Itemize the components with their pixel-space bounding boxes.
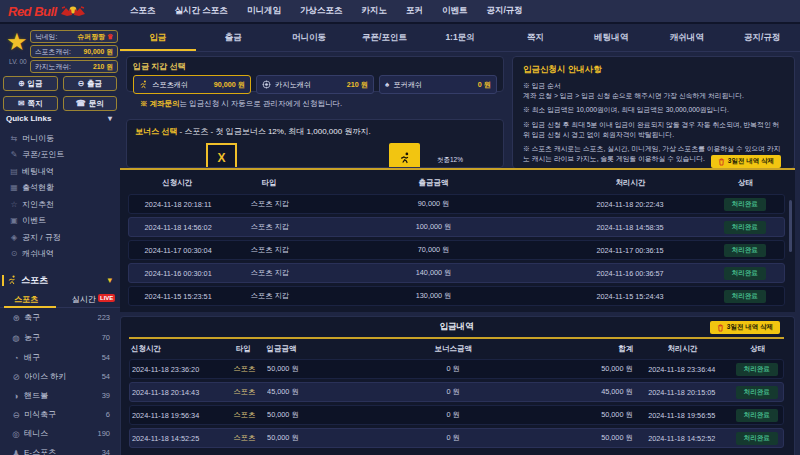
quick-links-title: Quick Links — [6, 114, 51, 123]
tab-live-sports[interactable]: 실시간LIVE — [72, 294, 115, 305]
attendance-icon: ▦ — [6, 183, 22, 192]
sports-section-header[interactable]: 스포츠 ▾ — [0, 272, 120, 288]
bonus-sports-option[interactable] — [389, 143, 420, 168]
sidebar-item-event[interactable]: ▣이벤트 — [0, 212, 120, 228]
sidebar-item-notice-rules[interactable]: ◈공지 / 규정 — [0, 229, 120, 245]
sport-item-ice-hockey[interactable]: ⊘아이스 하키54 — [0, 367, 120, 386]
esports-icon: ♟ — [8, 448, 24, 455]
message-button[interactable]: ✉쪽지 — [3, 96, 58, 111]
sport-item-handball[interactable]: ◑핸드볼39 — [0, 386, 120, 405]
tab-deposit[interactable]: 입금 — [120, 26, 196, 51]
table-scrollbar[interactable] — [789, 200, 792, 252]
referral-icon: ☆ — [6, 200, 22, 209]
sport-item-soccer[interactable]: ⊛축구223 — [0, 308, 120, 327]
note-highlight: ※ 계좌문의 — [140, 99, 180, 108]
sport-item-basketball[interactable]: ◍농구70 — [0, 328, 120, 347]
sport-item-tennis[interactable]: ◎테니스190 — [0, 424, 120, 443]
top-nav-menu: 스포츠 실시간 스포츠 미니게임 가상스포츠 카지노 포커 이벤트 공지/규정 — [130, 5, 523, 17]
sport-item-american-football[interactable]: ⊖미식축구6 — [0, 405, 120, 424]
table-row[interactable]: 2024-11-15 15:23:51스포츠 지갑130,000 원2024-1… — [128, 286, 785, 306]
nav-item-event[interactable]: 이벤트 — [442, 5, 468, 17]
sidebar-quick-buttons: ⊕입금 ⊖출금 ✉쪽지 ☎문의 — [3, 76, 117, 111]
tab-prematch-sports[interactable]: 스포츠 — [14, 294, 38, 305]
table-row[interactable]: 2024-11-16 00:30:01스포츠 지갑140,000 원2024-1… — [128, 263, 785, 283]
sidebar-item-money-transfer[interactable]: ⇆머니이동 — [0, 130, 120, 146]
tab-bet-history[interactable]: 베팅내역 — [573, 26, 649, 51]
sidebar-item-referral[interactable]: ☆지인추천 — [0, 196, 120, 212]
col-process-time: 처리시간 — [555, 178, 706, 188]
notice-paragraph: ※ 입금 신청 후 최대 5분 이내 입금이 완료되지 않을 경우 자동 취소되… — [523, 120, 784, 140]
casino-cash-value: 210 원 — [93, 62, 113, 72]
nav-item-live-sports[interactable]: 실시간 스포츠 — [175, 5, 228, 17]
sidebar-item-bet-history[interactable]: ▤베팅내역 — [0, 163, 120, 179]
nav-item-notice[interactable]: 공지/규정 — [486, 5, 522, 17]
deposit-table-title: 입금내역 — [440, 321, 474, 333]
wallet-name: 포커캐쉬 — [393, 80, 422, 90]
col-withdraw-amount: 출금금액 — [312, 178, 555, 188]
notice-paragraph: ※ 입금 순서 — [523, 81, 784, 91]
withdraw-button[interactable]: ⊖출금 — [63, 76, 118, 91]
sport-item-volleyball[interactable]: ◔배구54 — [0, 348, 120, 367]
notice-title: 입금신청시 안내사항 — [523, 64, 784, 76]
chevron-down-icon[interactable]: ▾ — [107, 275, 112, 285]
table-row[interactable]: 2024-11-18 14:52:25스포츠50,000 원0 원50,000 … — [129, 428, 784, 448]
chevron-down-icon[interactable]: ▾ — [108, 114, 112, 123]
app-window: Red Bull 스포츠 실시간 스포츠 미니게임 가상스포츠 카지노 포커 이… — [0, 0, 800, 455]
col-total: 합계 — [561, 344, 633, 354]
wallet-select-panel: 입금 지갑 선택 스포츠캐쉬 90,000 원 카지노캐쉬 210 원 ♠ 포커… — [126, 56, 504, 92]
nav-item-sports[interactable]: 스포츠 — [130, 5, 156, 17]
sports-cash-value: 90,000 원 — [84, 47, 113, 57]
wallet-card-sports[interactable]: 스포츠캐쉬 90,000 원 — [133, 75, 251, 94]
note-rest: 는 입금신청 시 자동으로 관리자에게 신청됩니다. — [180, 99, 343, 108]
deposit-button[interactable]: ⊕입금 — [3, 76, 58, 91]
tab-inquiry[interactable]: 1:1문의 — [422, 26, 498, 51]
sport-item-esports[interactable]: ♟E-스포츠34 — [0, 443, 120, 455]
bonus-decline-option[interactable]: X — [206, 143, 237, 168]
col-request-time: 신청시간 — [129, 344, 221, 354]
nav-item-casino[interactable]: 카지노 — [361, 5, 387, 17]
sidebar-item-attendance[interactable]: ▦출석현황 — [0, 179, 120, 195]
casino-cash-label: 카지노캐쉬: — [35, 62, 71, 72]
basketball-icon: ◍ — [8, 333, 24, 343]
status-badge: 처리완료 — [736, 432, 778, 445]
volleyball-icon: ◔ — [8, 353, 24, 363]
count-badge: 34 — [102, 448, 110, 455]
runner-icon — [139, 80, 148, 89]
inquiry-button[interactable]: ☎문의 — [63, 96, 118, 111]
table-row[interactable]: 2024-11-17 00:30:04스포츠 지갑70,000 원2024-11… — [128, 240, 785, 260]
profile-sports-cash: 스포츠캐쉬: 90,000 원 — [30, 45, 118, 58]
tennis-icon: ◎ — [8, 429, 24, 439]
table-row[interactable]: 2024-11-18 20:18:11스포츠 지갑90,000 원2024-11… — [128, 194, 785, 214]
sports-section-title: 스포츠 — [21, 274, 48, 287]
handball-icon: ◑ — [8, 391, 24, 401]
sidebar-item-coupon-point[interactable]: ✎쿠폰/포인트 — [0, 146, 120, 162]
tab-withdraw[interactable]: 출금 — [196, 26, 272, 51]
event-icon: ▣ — [6, 216, 22, 225]
tab-cash-history[interactable]: 캐쉬내역 — [649, 26, 725, 51]
status-badge: 처리완료 — [736, 409, 778, 422]
tab-notice-rules[interactable]: 공지/규정 — [725, 26, 800, 51]
nav-item-virtual-sports[interactable]: 가상스포츠 — [300, 5, 343, 17]
tab-money-transfer[interactable]: 머니이동 — [271, 26, 347, 51]
nav-item-poker[interactable]: 포커 — [406, 5, 423, 17]
tab-coupon-point[interactable]: 쿠폰/포인트 — [347, 26, 423, 51]
delete-history-button[interactable]: 3일전 내역 삭제 — [711, 155, 781, 168]
table-row[interactable]: 2024-11-18 20:14:43스포츠45,000 원0 원45,000 … — [129, 382, 784, 402]
delete-history-button[interactable]: 3일전 내역 삭제 — [710, 321, 780, 334]
wallet-card-casino[interactable]: 카지노캐쉬 210 원 — [256, 75, 374, 94]
table-row[interactable]: 2024-11-18 14:56:02스포츠 지갑100,000 원2024-1… — [128, 217, 785, 237]
col-type: 타입 — [227, 178, 312, 188]
sidebar-item-cash-history[interactable]: ⊙캐쉬내역 — [0, 245, 120, 261]
table-row[interactable]: 2024-11-18 19:56:34스포츠50,000 원0 원50,000 … — [129, 405, 784, 425]
cash-history-icon: ⊙ — [6, 249, 22, 258]
casino-chip-icon — [262, 80, 271, 89]
col-status: 상태 — [706, 178, 785, 188]
quick-links-header[interactable]: Quick Links ▾ — [6, 114, 112, 123]
table-row[interactable]: 2024-11-18 23:36:20스포츠50,000 원0 원50,000 … — [129, 359, 784, 379]
nav-item-minigame[interactable]: 미니게임 — [247, 5, 281, 17]
brand-logo[interactable]: Red Bull — [8, 4, 116, 19]
deposit-history-table: 입금내역 3일전 내역 삭제 신청시간 타입 입금금액 보너스금액 합계 처리시… — [120, 316, 795, 455]
wallet-card-poker[interactable]: ♠ 포커캐쉬 0 원 — [379, 75, 497, 94]
tab-message[interactable]: 쪽지 — [498, 26, 574, 51]
bonus-select-panel: 보너스 선택 - 스포츠 - 첫 입금보너스 12%, 최대 1,000,000… — [126, 119, 504, 168]
